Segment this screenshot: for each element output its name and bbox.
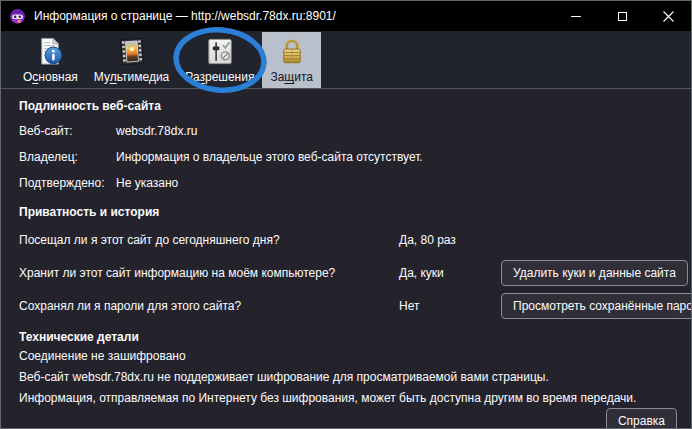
privacy-question: Посещал ли я этот сайт до сегодняшнего д… [19,233,399,247]
document-info-icon [34,36,66,67]
tab-permissions[interactable]: Разрешения [177,32,262,88]
tab-security[interactable]: Защита [262,32,321,88]
footer: Справка [606,408,677,428]
encryption-warning: Информация, отправляемая по Интернету бе… [19,388,677,408]
permissions-icon [204,36,236,67]
toolbar: Основная [1,31,691,89]
media-icon [116,36,148,67]
privacy-row-visited: Посещал ли я этот сайт до сегодняшнего д… [19,223,677,256]
privacy-answer: Нет [399,299,501,313]
privacy-heading: Приватность и история [19,204,677,220]
page-info-dialog: Информация о странице — http://websdr.78… [0,0,692,429]
window-title: Информация о странице — http://websdr.78… [34,9,336,23]
identity-table: Веб-сайт: websdr.78dx.ru Владелец: Инфор… [19,123,677,191]
identity-row-label: Владелец: [19,149,116,165]
tab-general[interactable]: Основная [15,32,86,88]
maximize-icon [618,12,627,21]
clear-cookies-button[interactable]: Удалить куки и данные сайта [501,260,688,286]
security-panel: Подлинность веб-сайта Веб-сайт: websdr.7… [1,89,691,428]
titlebar: Информация о странице — http://websdr.78… [1,1,691,31]
privacy-row-passwords: Сохранял ли я пароли для этого сайта? Не… [19,289,677,322]
identity-row-label: Подтверждено: [19,175,116,191]
close-icon [663,11,674,22]
connection-status: Соединение не зашифровано [19,346,677,366]
help-button[interactable]: Справка [606,408,677,428]
close-button[interactable] [645,1,691,31]
maximize-button[interactable] [599,1,645,31]
identity-row-value: websdr.78dx.ru [116,123,677,139]
privacy-table: Посещал ли я этот сайт до сегодняшнего д… [19,223,677,322]
privacy-row-cookies: Хранит ли этот сайт информацию на моём к… [19,256,677,289]
lock-icon [276,36,308,67]
tab-general-label: Основная [23,70,78,84]
privacy-question: Сохранял ли я пароли для этого сайта? [19,299,399,313]
minimize-icon [571,16,581,17]
identity-row-value: Информация о владельце этого веб-сайта о… [116,149,677,165]
tab-permissions-label: Разрешения [185,70,254,84]
window-controls [553,1,691,31]
technical-heading: Технические детали [19,329,677,345]
encryption-detail: Веб-сайт websdr.78dx.ru не поддерживает … [19,367,677,387]
app-icon [9,8,26,25]
tab-media[interactable]: Мультимедиа [86,32,177,88]
identity-heading: Подлинность веб-сайта [19,98,677,114]
tab-security-label: Защита [270,70,313,84]
privacy-answer: Да, куки [399,266,501,280]
identity-row-label: Веб-сайт: [19,123,116,139]
view-saved-passwords-button[interactable]: Просмотреть сохранённые пароли [501,293,691,319]
privacy-answer: Да, 80 раз [399,233,501,247]
privacy-question: Хранит ли этот сайт информацию на моём к… [19,266,399,280]
identity-row-value: Не указано [116,175,677,191]
minimize-button[interactable] [553,1,599,31]
tab-media-label: Мультимедиа [94,70,169,84]
